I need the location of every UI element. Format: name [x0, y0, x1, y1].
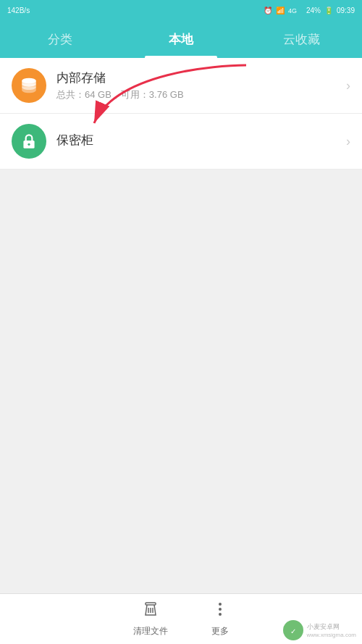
internal-storage-title: 内部存储	[56, 70, 346, 86]
svg-point-3	[28, 143, 30, 146]
signal-icon: 4G	[288, 5, 303, 15]
watermark-logo-icon: ✓	[282, 619, 304, 641]
watermark: ✓ 小麦安卓网 www.xmsigma.com	[282, 619, 356, 641]
clean-label: 清理文件	[133, 625, 168, 637]
tab-category[interactable]: 分类	[0, 20, 121, 58]
svg-text:4G: 4G	[288, 7, 297, 14]
status-right: ⏰ 📶 4G 24% 🔋 09:39	[264, 5, 355, 15]
tab-local[interactable]: 本地	[121, 20, 242, 58]
battery-percent: 24%	[306, 7, 321, 14]
bottom-nav-clean[interactable]: 清理文件	[133, 601, 168, 637]
list-item-internal-storage[interactable]: 内部存储 总共：64 GB，可用：3.76 GB ›	[0, 58, 362, 114]
more-icon	[211, 601, 229, 622]
chevron-right-icon: ›	[346, 78, 350, 93]
svg-point-9	[219, 603, 222, 606]
storage-icon-bg	[12, 68, 46, 103]
svg-text:✓: ✓	[290, 627, 296, 635]
vault-chevron-icon: ›	[346, 134, 350, 149]
wifi-icon: 📶	[276, 7, 285, 14]
internal-storage-text: 内部存储 总共：64 GB，可用：3.76 GB	[56, 70, 346, 101]
vault-icon-bg	[12, 124, 46, 159]
status-bar: 142B/s ⏰ 📶 4G 24% 🔋 09:39	[0, 0, 362, 20]
internal-storage-subtitle: 总共：64 GB，可用：3.76 GB	[56, 88, 346, 101]
svg-point-11	[219, 613, 222, 616]
watermark-text: 小麦安卓网 www.xmsigma.com	[307, 622, 356, 638]
svg-rect-5	[146, 603, 156, 605]
tab-bar: 分类 本地 云收藏	[0, 20, 362, 58]
more-label: 更多	[211, 625, 229, 637]
lock-icon	[20, 132, 38, 151]
svg-point-10	[219, 608, 222, 611]
content-area: 内部存储 总共：64 GB，可用：3.76 GB › 保密柜 ›	[0, 58, 362, 593]
status-speed: 142B/s	[7, 7, 261, 14]
alarm-icon: ⏰	[264, 7, 272, 14]
vault-text: 保密柜	[56, 132, 346, 151]
tab-cloud[interactable]: 云收藏	[241, 20, 362, 58]
bottom-nav-more[interactable]: 更多	[211, 601, 229, 637]
list-item-vault[interactable]: 保密柜 ›	[0, 114, 362, 170]
storage-list: 内部存储 总共：64 GB，可用：3.76 GB › 保密柜 ›	[0, 58, 362, 170]
time-display: 09:39	[337, 7, 355, 14]
vault-title: 保密柜	[56, 132, 346, 149]
bottom-nav: 清理文件 更多 ✓ 小麦安卓网 www.xmsigma.com	[0, 593, 362, 644]
clean-icon	[142, 601, 159, 622]
database-icon	[20, 76, 38, 95]
battery-icon: 🔋	[324, 7, 333, 14]
